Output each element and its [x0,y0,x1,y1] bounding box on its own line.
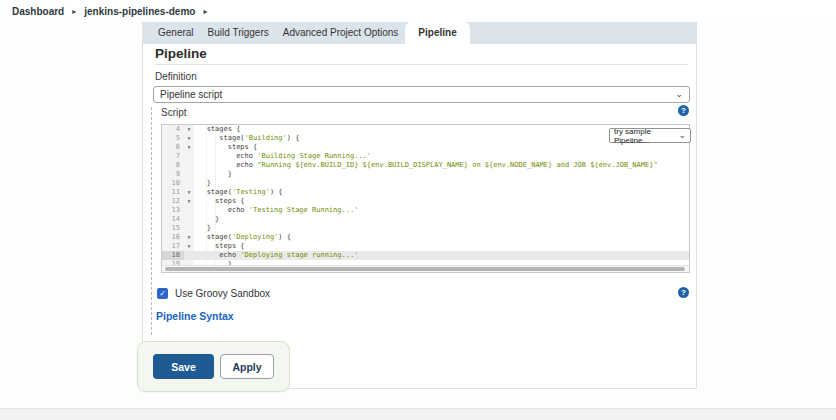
scrollbar-thumb[interactable] [165,267,685,271]
line-number: 12 [162,197,184,206]
fold-icon[interactable]: ▼ [184,197,194,206]
line-number: 16 [162,233,184,242]
editor-line-18: 18 echo 'Deploying stage running...' [162,251,689,260]
code-text: echo 'Building Stage Running...' [194,152,371,160]
line-number: 9 [162,170,184,179]
fold-icon[interactable]: ▼ [184,188,194,197]
line-number: 4 [162,125,184,134]
code-text: steps { [194,197,245,205]
line-number: 18 [162,251,184,260]
title-divider [155,64,688,65]
fold-icon[interactable]: ▼ [184,125,194,134]
breadcrumb-item[interactable]: Dashboard [12,6,64,17]
tab-build-triggers[interactable]: Build Triggers [201,22,276,44]
editor-line-10: 10 } [162,179,689,188]
code-text: } [194,215,219,223]
editor-line-8: 8 echo "Running ${env.BUILD_ID} ${env.BU… [162,161,689,170]
fold-icon[interactable]: ▼ [184,233,194,242]
save-button[interactable]: Save [153,354,214,379]
line-number: 17 [162,242,184,251]
chevron-down-icon: ⌄ [678,131,686,140]
breadcrumb-item[interactable]: jenkins-pipelines-demo [84,6,195,17]
fold-icon[interactable]: ▼ [184,242,194,251]
bottom-app-bar: Save Apply [137,341,290,392]
sandbox-row: ✓ Use Groovy Sandbox [157,288,270,299]
help-icon[interactable]: ? [678,105,689,116]
code-text: stage('Deploying') { [194,233,291,241]
code-text: } [194,179,211,187]
apply-button[interactable]: Apply [220,354,274,379]
editor-viewport: 4▼ stages {5▼ stage('Building') {6▼ step… [162,125,689,265]
chevron-down-icon: ⌄ [675,90,683,99]
editor-line-12: 12▼ steps { [162,197,689,206]
sandbox-label: Use Groovy Sandbox [175,288,270,299]
code-text: stage('Building') { [194,134,299,142]
editor-line-16: 16▼ stage('Deploying') { [162,233,689,242]
groovy-sandbox-checkbox[interactable]: ✓ [157,288,168,299]
editor-line-7: 7 echo 'Building Stage Running...' [162,152,689,161]
breadcrumb-separator-icon: ▸ [72,7,76,16]
code-text: stage('Testing') { [194,188,283,196]
code-text: steps { [194,143,257,151]
footer-divider [0,408,836,420]
editor-horizontal-scrollbar [162,265,689,272]
code-text: steps { [194,242,245,250]
definition-select[interactable]: Pipeline script ⌄ [153,86,690,103]
page-title: Pipeline [155,46,207,61]
pipeline-script-editor[interactable]: 4▼ stages {5▼ stage('Building') {6▼ step… [161,124,690,273]
sample-pipeline-select-value: try sample Pipeline... [614,127,678,145]
editor-line-14: 14 } [162,215,689,224]
line-number: 11 [162,188,184,197]
line-number: 14 [162,215,184,224]
code-text: echo 'Testing Stage Running...' [194,206,358,214]
sample-pipeline-select[interactable]: try sample Pipeline... ⌄ [609,128,691,143]
tab-pipeline[interactable]: Pipeline [405,22,469,44]
code-text: stages { [194,125,240,133]
breadcrumb-separator-icon: ▸ [203,7,207,16]
editor-line-13: 13 echo 'Testing Stage Running...' [162,206,689,215]
code-text: } [194,170,232,178]
jenkins-config-page: Dashboard▸jenkins-pipelines-demo▸ Genera… [0,0,836,420]
tab-advanced-project-options[interactable]: Advanced Project Options [276,22,406,44]
line-number: 6 [162,143,184,152]
line-number: 7 [162,152,184,161]
code-text: } [194,224,211,232]
code-text: echo 'Deploying stage running...' [194,251,358,259]
config-panel: GeneralBuild TriggersAdvanced Project Op… [142,22,697,389]
line-number: 15 [162,224,184,233]
help-icon[interactable]: ? [678,287,689,298]
line-number: 13 [162,206,184,215]
script-label: Script [161,107,187,118]
breadcrumb: Dashboard▸jenkins-pipelines-demo▸ [0,0,836,22]
section-indent-line [151,107,152,335]
editor-line-9: 9 } [162,170,689,179]
line-number: 10 [162,179,184,188]
editor-line-15: 15 } [162,224,689,233]
editor-line-17: 17▼ steps { [162,242,689,251]
definition-select-value: Pipeline script [160,89,222,100]
tab-general[interactable]: General [151,22,201,44]
tab-bar: GeneralBuild TriggersAdvanced Project Op… [143,22,696,44]
line-number: 8 [162,161,184,170]
editor-line-11: 11▼ stage('Testing') { [162,188,689,197]
fold-icon[interactable]: ▼ [184,134,194,143]
line-number: 5 [162,134,184,143]
code-text: echo "Running ${env.BUILD_ID} ${env.BUIL… [194,161,658,169]
fold-icon[interactable]: ▼ [184,143,194,152]
editor-line-6: 6▼ steps { [162,143,689,152]
pipeline-syntax-link[interactable]: Pipeline Syntax [156,310,234,322]
definition-label: Definition [155,71,197,82]
